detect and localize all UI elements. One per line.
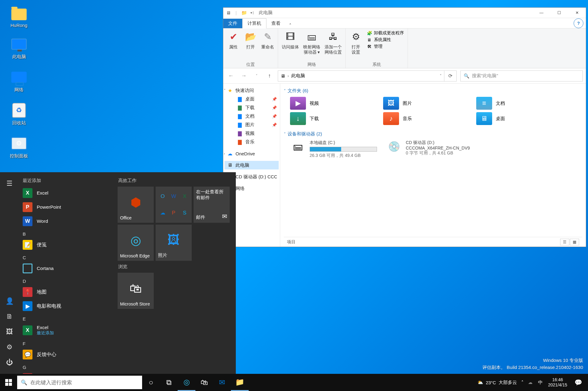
- letter-header-B[interactable]: B: [19, 228, 114, 238]
- tab-view[interactable]: 查看: [266, 19, 285, 28]
- expand-icon[interactable]: ›: [224, 152, 225, 155]
- ribbon-properties[interactable]: ✔ 属性: [227, 30, 240, 50]
- app-feedback-hub[interactable]: 💬反馈中心: [19, 347, 114, 362]
- minimize-button[interactable]: —: [533, 8, 550, 18]
- tile-photos[interactable]: 🖼 照片: [156, 225, 192, 261]
- app-excel[interactable]: XExcel: [19, 186, 114, 200]
- desktop-icon-this-pc[interactable]: 此电脑: [4, 36, 34, 60]
- section-drives[interactable]: ˅ 设备和驱动器 (2): [284, 129, 582, 139]
- letter-header-G[interactable]: G: [19, 362, 114, 371]
- taskbar-clock[interactable]: 16:46 2021/4/15: [548, 377, 567, 388]
- qat-dropdown-icon[interactable]: ▾ |: [249, 10, 255, 16]
- tray-overflow-icon[interactable]: ˄: [521, 380, 524, 385]
- nav-up-button[interactable]: ↑: [265, 71, 274, 81]
- ime-indicator[interactable]: 中: [537, 380, 544, 385]
- app-word[interactable]: WWord: [19, 214, 114, 228]
- taskbar-mail[interactable]: ✉: [213, 374, 231, 391]
- desktop-icon-network[interactable]: 网络: [4, 69, 34, 93]
- onedrive-tray-icon[interactable]: ☁: [528, 380, 533, 385]
- nav-quick-desktop[interactable]: ▇桌面📌: [224, 95, 279, 103]
- close-button[interactable]: ✕: [568, 8, 586, 18]
- rail-user-button[interactable]: 👤: [0, 294, 19, 309]
- app-movies-tv[interactable]: ▶电影和电视: [19, 299, 114, 313]
- ribbon-open[interactable]: 📂 打开: [244, 30, 257, 50]
- ribbon-rename[interactable]: ✎ 重命名: [261, 30, 274, 50]
- desktop-icon-hurong[interactable]: HuRong: [4, 4, 34, 28]
- nav-quick-videos[interactable]: ▇视频: [224, 129, 279, 138]
- rail-documents-button[interactable]: 🗎: [0, 309, 19, 324]
- folder-documents[interactable]: ≡文档: [476, 97, 562, 110]
- taskbar-edge[interactable]: ◎: [178, 374, 195, 391]
- ribbon-access-media[interactable]: 🎞 访问媒体: [282, 30, 299, 50]
- tiles-panel[interactable]: 高效工作 ⬢ Office OWX ☁PS 在一处查看所有邮件 邮件 ✉: [114, 172, 236, 374]
- nav-quick-access[interactable]: ˅ ★ 快速访问: [224, 86, 279, 95]
- app-groove[interactable]: ♪Groove 音乐: [19, 371, 114, 374]
- address-bar[interactable]: 🖥 › 此电脑 ˅: [278, 70, 444, 82]
- ribbon-open-settings[interactable]: ⚙ 打开 设置: [349, 30, 362, 55]
- letter-header-D[interactable]: D: [19, 275, 114, 285]
- search-input[interactable]: 🔍 搜索"此电脑": [460, 70, 583, 82]
- ribbon-collapse-icon[interactable]: ˄: [285, 23, 295, 28]
- view-icons-button[interactable]: ▦: [570, 239, 579, 245]
- address-dropdown-icon[interactable]: ˅: [440, 74, 442, 78]
- content-pane[interactable]: ˅ 文件夹 (6) ▶视频🖼图片≡文档↓下载♪音乐🖥桌面 ˅ 设备和驱动器 (2…: [280, 84, 586, 247]
- folder-desktop[interactable]: 🖥桌面: [476, 112, 562, 125]
- tile-mail[interactable]: 在一处查看所有邮件 邮件 ✉: [194, 187, 230, 223]
- tile-store[interactable]: 🛍 Microsoft Store: [118, 273, 154, 309]
- folder-videos[interactable]: ▶视频: [290, 97, 376, 110]
- folder-music[interactable]: ♪音乐: [383, 112, 469, 125]
- app-powerpoint[interactable]: PPowerPoint: [19, 200, 114, 214]
- ribbon-uninstall[interactable]: 🧩卸载或更改程序: [367, 30, 404, 36]
- collapse-icon[interactable]: ˅: [224, 89, 226, 93]
- start-button[interactable]: [0, 374, 17, 391]
- tile-office-apps[interactable]: OWX ☁PS: [156, 187, 192, 223]
- help-button[interactable]: ?: [574, 18, 583, 28]
- nav-quick-music[interactable]: ▇音乐: [224, 138, 279, 146]
- desktop-icon-control-panel[interactable]: ⚙ 控制面板: [4, 135, 34, 159]
- nav-onedrive[interactable]: › ☁ OneDrive: [224, 149, 279, 158]
- nav-forward-button[interactable]: →: [239, 71, 248, 81]
- titlebar[interactable]: 🖥 | 📁 ▾ | 此电脑 — ☐ ✕: [223, 8, 586, 18]
- nav-recent-dropdown[interactable]: ˅: [252, 71, 261, 81]
- drive-c[interactable]: 🖴 本地磁盘 (C:) 26.3 GB 可用，共 49.4 GB: [290, 140, 379, 158]
- ribbon-add-location[interactable]: 🖧 添加一个 网络位置: [325, 30, 342, 55]
- view-details-button[interactable]: ☰: [560, 239, 569, 245]
- tile-office[interactable]: ⬢ Office: [118, 187, 154, 223]
- tab-computer[interactable]: 计算机: [242, 18, 266, 28]
- maximize-button[interactable]: ☐: [550, 8, 568, 18]
- rail-power-button[interactable]: ⏻: [0, 355, 19, 370]
- breadcrumb-this-pc[interactable]: 此电脑: [291, 73, 305, 79]
- tab-file[interactable]: 文件: [223, 19, 242, 28]
- chevron-right-icon[interactable]: ›: [288, 74, 289, 78]
- cortana-button[interactable]: ○: [142, 374, 160, 391]
- app-cortana[interactable]: Cortana: [19, 261, 114, 275]
- app-maps[interactable]: 📍地图: [19, 285, 114, 299]
- nav-this-pc[interactable]: 🖥 此电脑: [224, 161, 279, 169]
- ribbon-system-properties[interactable]: 🖥系统属性: [367, 37, 404, 43]
- rail-settings-button[interactable]: ⚙: [0, 340, 19, 355]
- app-excel[interactable]: XExcel最近添加: [19, 323, 114, 338]
- app-sticky-notes[interactable]: 📝便笺: [19, 238, 114, 252]
- refresh-button[interactable]: ⟳: [444, 70, 457, 82]
- start-expand-button[interactable]: ☰: [0, 176, 19, 191]
- section-folders[interactable]: ˅ 文件夹 (6): [284, 86, 582, 96]
- rail-pictures-button[interactable]: 🖼: [0, 324, 19, 340]
- nav-back-button[interactable]: ←: [226, 71, 236, 81]
- task-view-button[interactable]: ⧉: [160, 374, 178, 391]
- folder-pictures[interactable]: 🖼图片: [383, 97, 469, 110]
- taskbar-explorer[interactable]: 📁: [231, 374, 249, 391]
- nav-quick-pictures[interactable]: ▇图片📌: [224, 120, 279, 129]
- taskbar-store[interactable]: 🛍: [195, 374, 213, 391]
- folder-downloads[interactable]: ↓下载: [290, 112, 376, 125]
- folder-small-icon[interactable]: 📁: [241, 10, 247, 16]
- ribbon-map-drive[interactable]: 🖴 映射网络 驱动器 ▾: [303, 30, 320, 55]
- drive-d[interactable]: 💿 CD 驱动器 (D:) CCCOMA_X64FRE_ZH-CN_DV9 0 …: [386, 140, 475, 158]
- ribbon-manage[interactable]: 🛠管理: [367, 44, 404, 49]
- taskbar-weather[interactable]: ⛅ 23°C 大部多云: [477, 380, 517, 385]
- app-list[interactable]: 最近添加 XExcelPPowerPointWWord B📝便笺CCortana…: [19, 172, 114, 374]
- letter-header-C[interactable]: C: [19, 252, 114, 261]
- letter-header-E[interactable]: E: [19, 313, 114, 323]
- desktop-icon-recycle-bin[interactable]: 回收站: [4, 102, 34, 126]
- nav-quick-downloads[interactable]: ▇下载📌: [224, 103, 279, 112]
- nav-quick-documents[interactable]: ▇文档📌: [224, 112, 279, 120]
